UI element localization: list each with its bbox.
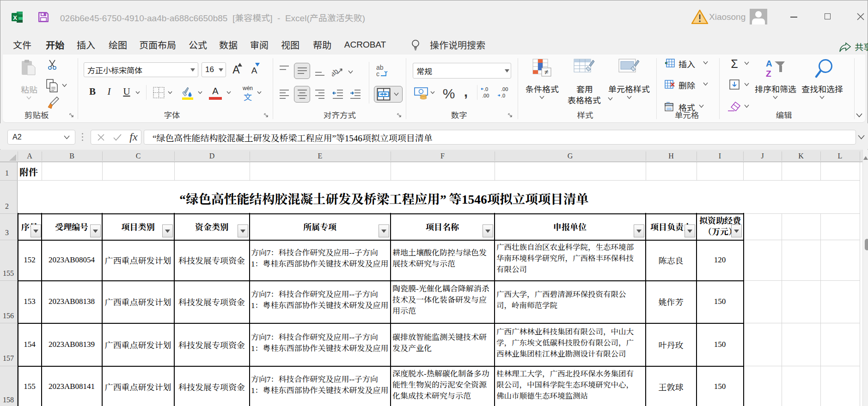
svg-text:Z: Z: [766, 69, 771, 79]
svg-text:A: A: [766, 59, 772, 68]
svg-text:.0: .0: [501, 93, 505, 98]
svg-text:ab: ab: [332, 67, 340, 77]
svg-text:c: c: [376, 70, 379, 78]
svg-text:.0: .0: [484, 86, 488, 92]
svg-text:.00: .00: [482, 93, 489, 98]
svg-text:X: X: [13, 14, 17, 21]
svg-text:.00: .00: [501, 86, 508, 92]
svg-text:≠: ≠: [544, 68, 548, 76]
